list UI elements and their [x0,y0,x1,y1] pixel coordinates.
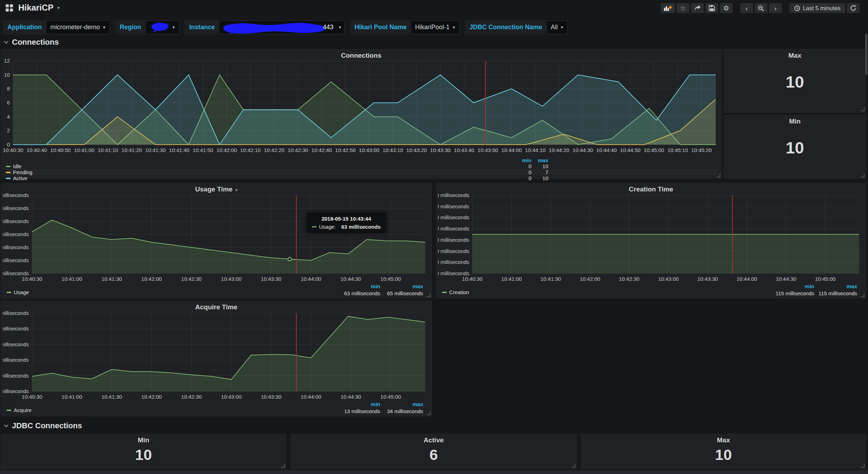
panel-title-usage-time[interactable]: Usage Time▾ [1,185,432,193]
svg-text:10:43:30: 10:43:30 [261,394,281,400]
resize-handle[interactable] [861,464,864,468]
legend-minmax-creation: min max 115 milliseconds 115 millisecond… [765,283,857,296]
settings-button[interactable]: ⚙ [720,3,733,13]
resize-handle[interactable] [716,173,720,177]
resize-handle[interactable] [427,293,430,297]
legend-min-header[interactable]: min [331,283,380,289]
panel-title-connections[interactable]: Connections [1,52,721,59]
var-hikari-pool-name-value[interactable]: HikariPool-1 ▾ [411,21,459,33]
legend-max-header[interactable]: max [814,283,857,289]
legend-minmax-acquire: min max 13 milliseconds 34 milliseconds [331,401,423,414]
legend-label-idle[interactable]: Idle [13,163,21,169]
legend-row-idle[interactable]: Idle 0 10 [5,163,718,169]
panel-title-acquire-time[interactable]: Acquire Time [1,303,432,311]
panel-connections-min: Min 10 [724,115,866,179]
grafana-dashboard: HikariCP ▾ ☆ ⚙ ‹ › Last 5 minutes [0,0,868,474]
save-button[interactable] [706,3,718,13]
zoom-out-button[interactable] [755,3,767,13]
svg-text:10:40:50: 10:40:50 [50,147,71,153]
var-region-value[interactable]: ▾ [146,21,179,33]
svg-text:10:42:30: 10:42:30 [181,394,202,400]
panel-usage-time: Usage Time▾ 66 milliseconds65 millisecon… [1,183,432,298]
svg-text:2: 2 [7,127,10,133]
resize-handle[interactable] [281,464,285,468]
star-button[interactable]: ☆ [677,3,689,13]
var-application-value[interactable]: micrometer-demo ▾ [46,21,109,33]
panel-title-creation-time[interactable]: Creation Time [436,185,866,193]
panel-title-max[interactable]: Max [724,52,866,59]
legend-max-header[interactable]: max [380,283,423,289]
svg-text:10:41:30: 10:41:30 [101,394,122,400]
tooltip-series-label: Usage: [319,224,336,230]
svg-text:10:43:30: 10:43:30 [261,276,281,282]
legend-row-usage[interactable]: Usage [5,289,29,295]
legend-min-header[interactable]: min [331,401,380,407]
panel-title-jdbc-active[interactable]: Active [291,436,576,444]
time-range-picker[interactable]: Last 5 minutes [790,3,845,13]
creation-time-chart[interactable]: 150 milliseconds140 milliseconds130 mill… [438,192,865,285]
panel-title-jdbc-max[interactable]: Max [581,436,866,444]
row-jdbc-connections-header[interactable]: JDBC Connections [4,421,82,430]
svg-text:10:45:00: 10:45:00 [381,394,401,400]
legend-label-usage[interactable]: Usage [14,289,29,295]
var-jdbc-connection-name-value[interactable]: All ▾ [547,21,567,33]
grafana-logo-icon[interactable] [5,4,14,12]
resize-handle[interactable] [427,411,430,415]
svg-text:65 milliseconds: 65 milliseconds [2,205,29,211]
chevron-left-icon: ‹ [746,5,748,12]
time-forward-button[interactable]: › [769,3,782,13]
row-connections-header[interactable]: Connections [4,38,59,47]
svg-text:10:45:10: 10:45:10 [668,147,688,153]
usage-time-chart[interactable]: 66 milliseconds65 milliseconds65 millise… [2,192,431,285]
connections-chart[interactable]: 02468101210:40:3010:40:4010:40:5010:41:0… [2,58,720,157]
panel-menu-caret-icon[interactable]: ▾ [235,188,237,192]
legend-label-active[interactable]: Active [13,175,27,181]
panel-title-min[interactable]: Min [724,118,866,125]
svg-text:10: 10 [4,72,10,78]
svg-text:10:44:30: 10:44:30 [573,147,593,153]
dashboard-title[interactable]: HikariCP [18,3,53,13]
legend-max-header[interactable]: max [532,157,548,163]
var-instance-value[interactable]: 443 ▾ [219,21,344,33]
panel-connections-max: Max 10 [724,49,866,113]
tooltip-timestamp: 2018-05-15 10:43:44 [312,216,381,222]
svg-text:10:40:30: 10:40:30 [462,276,483,282]
resize-handle[interactable] [861,173,864,177]
dashboard-dropdown-caret-icon[interactable]: ▾ [57,5,60,11]
legend-row-pending[interactable]: Pending 0 7 [5,169,718,175]
legend-label-acquire[interactable]: Acquire [14,407,32,413]
legend-label-pending[interactable]: Pending [13,169,32,175]
svg-text:10:41:40: 10:41:40 [169,147,189,153]
var-application-selected: micrometer-demo [50,24,100,31]
legend-max-value: 115 milliseconds [814,290,857,296]
svg-text:64 milliseconds: 64 milliseconds [2,231,29,237]
panel-title-jdbc-min[interactable]: Min [1,436,286,444]
time-back-button[interactable]: ‹ [740,3,753,13]
add-panel-button[interactable] [661,3,675,13]
svg-text:130 milliseconds: 130 milliseconds [438,214,469,220]
svg-text:6: 6 [7,100,10,106]
resize-handle[interactable] [861,107,864,111]
svg-text:10:43:00: 10:43:00 [658,276,678,282]
resize-handle[interactable] [861,293,864,297]
legend-min-header[interactable]: min [511,157,531,163]
legend-label-creation[interactable]: Creation [449,289,469,295]
legend-min-header[interactable]: min [765,283,814,289]
svg-text:10:44:10: 10:44:10 [525,147,545,153]
legend-row-creation[interactable]: Creation [441,289,469,295]
refresh-button[interactable] [847,3,860,13]
svg-text:10:44:30: 10:44:30 [340,276,361,282]
svg-text:10:43:30: 10:43:30 [430,147,451,153]
legend-row-acquire[interactable]: Acquire [5,407,32,413]
svg-text:10:41:00: 10:41:00 [501,276,522,282]
resize-handle[interactable] [572,464,575,468]
var-region-label: Region [115,20,146,34]
svg-text:10:44:00: 10:44:00 [501,147,522,153]
horizontal-scrollbar[interactable] [0,470,868,474]
svg-text:10:44:50: 10:44:50 [620,147,640,153]
acquire-time-chart[interactable]: 35 milliseconds30 milliseconds25 millise… [2,310,431,403]
legend-min-value: 13 milliseconds [331,408,380,414]
share-button[interactable] [691,3,704,13]
legend-max-header[interactable]: max [380,401,423,407]
legend-row-active[interactable]: Active 0 10 [5,175,718,181]
